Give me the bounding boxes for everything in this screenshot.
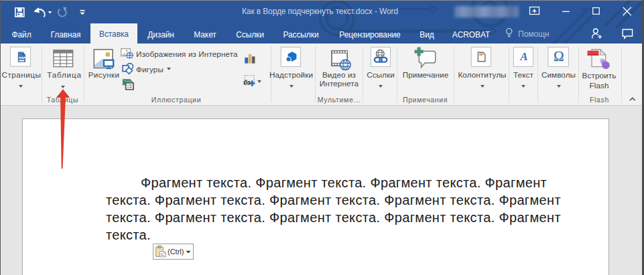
svg-text:(Ctrl): (Ctrl): [168, 248, 184, 256]
svg-text:A: A: [519, 50, 527, 63]
svg-text:Ω: Ω: [554, 48, 564, 64]
